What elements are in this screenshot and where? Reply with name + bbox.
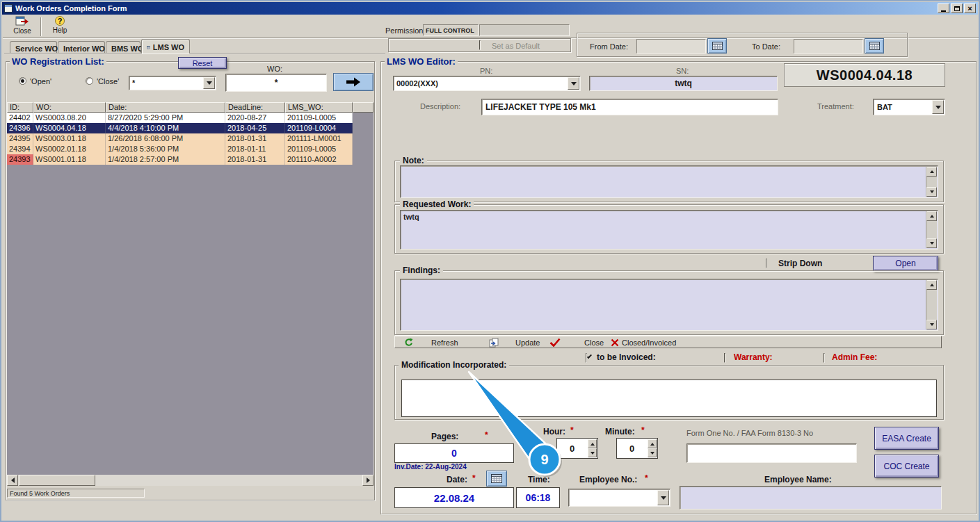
findings-scrollbar[interactable]: [926, 280, 937, 329]
restore-button[interactable]: [951, 3, 963, 13]
table-row[interactable]: 24395 WS0003.01.18 1/26/2018 6:08:00 PM …: [7, 133, 373, 144]
wo-search-input[interactable]: *: [225, 74, 327, 92]
note-textarea[interactable]: [400, 165, 938, 198]
close-radio[interactable]: [86, 77, 93, 85]
set-default-checkbox[interactable]: [479, 40, 481, 50]
tab-interior-wo-label: Interior WO: [63, 44, 105, 53]
minute-value: 0: [617, 443, 647, 454]
open-radio-dot: [21, 79, 24, 83]
table-row[interactable]: 24402 WS0003.08.20 8/27/2020 5:29:00 PM …: [7, 113, 373, 123]
treatment-dropdown[interactable]: BAT: [873, 99, 945, 115]
note-scrollbar[interactable]: [926, 167, 937, 197]
minute-up-button[interactable]: [648, 439, 657, 448]
scroll-down-button[interactable]: [926, 238, 937, 248]
requested-work-value: twtq: [403, 213, 419, 221]
scroll-up-icon: [930, 215, 934, 218]
description-field[interactable]: LIFEJACKET TYPE 105 Mk1: [481, 99, 778, 115]
window-controls: ×: [936, 3, 976, 13]
close-wo-button[interactable]: Close: [549, 337, 604, 348]
open-radio[interactable]: [19, 77, 26, 85]
table-row-selected[interactable]: 24396 WS0004.04.18 4/4/2018 4:10:00 PM 2…: [7, 123, 373, 133]
minimize-button[interactable]: [938, 3, 949, 13]
pn-dropdown-button[interactable]: [568, 77, 579, 90]
toolbar-separator: [40, 17, 42, 36]
tab-service-wo[interactable]: Service WO: [10, 41, 57, 54]
date-required-marker: *: [472, 473, 476, 483]
exit-icon: [15, 16, 29, 26]
employee-no-dropdown[interactable]: [568, 489, 670, 507]
to-be-invoiced-checkbox[interactable]: [586, 353, 587, 363]
scroll-up-button[interactable]: [926, 280, 937, 290]
table-row[interactable]: 24394 WS0002.01.18 1/4/2018 5:36:00 PM 2…: [7, 144, 373, 154]
minute-down-button[interactable]: [648, 448, 657, 457]
hour-up-button[interactable]: [588, 439, 597, 448]
column-header-id[interactable]: ID:: [7, 102, 33, 113]
to-date-input[interactable]: [794, 39, 863, 54]
table-horizontal-scrollbar[interactable]: [7, 475, 373, 486]
app-icon: [4, 4, 13, 13]
coc-create-button[interactable]: COC Create: [874, 455, 939, 478]
hour-spinner[interactable]: 0: [556, 438, 598, 459]
modification-textarea[interactable]: [401, 380, 937, 417]
requested-work-scrollbar[interactable]: [926, 211, 937, 248]
findings-textarea[interactable]: [400, 279, 938, 331]
from-date-calendar-button[interactable]: [707, 38, 727, 54]
scroll-down-button[interactable]: [926, 320, 937, 329]
employee-name-field[interactable]: [680, 486, 942, 509]
employee-no-dropdown-button[interactable]: [657, 490, 669, 505]
scroll-up-button[interactable]: [926, 167, 937, 177]
column-header-lms-wo[interactable]: LMS_WO:: [285, 102, 353, 113]
help-icon: ?: [55, 16, 65, 26]
tab-bms-wo[interactable]: BMS WO: [106, 41, 140, 54]
open-button[interactable]: Open: [873, 256, 938, 271]
requested-work-textarea[interactable]: twtq: [400, 210, 938, 250]
to-date-calendar-button[interactable]: [865, 38, 884, 54]
cell-filler: [353, 133, 373, 144]
reset-button[interactable]: Reset: [178, 57, 227, 69]
spinner-down-icon: [650, 452, 654, 455]
minute-label: Minute:: [605, 427, 635, 437]
date-field[interactable]: 22.08.24: [394, 487, 514, 508]
admin-fee-checkbox[interactable]: [824, 353, 825, 363]
scroll-up-button[interactable]: [926, 211, 937, 221]
cell-deadline: 2020-08-27: [225, 113, 285, 123]
red-x-icon: [611, 339, 619, 347]
form-one-field[interactable]: [686, 443, 857, 463]
treatment-dropdown-button[interactable]: [932, 100, 944, 114]
findings-label: Findings:: [400, 266, 443, 275]
search-go-button[interactable]: [333, 73, 373, 91]
status-text: Found 5 Work Orders: [10, 490, 70, 497]
hour-value: 0: [557, 443, 587, 454]
strip-down-checkbox[interactable]: [766, 259, 767, 268]
close-window-button[interactable]: ×: [964, 3, 976, 13]
table-row[interactable]: 24393 WS0001.01.18 1/4/2018 2:57:00 PM 2…: [7, 154, 373, 165]
column-header-deadline[interactable]: DeadLine:: [225, 102, 285, 113]
pages-field[interactable]: 0: [394, 443, 514, 463]
scroll-left-button[interactable]: [7, 475, 18, 486]
scrollbar-thumb[interactable]: [19, 475, 95, 486]
close-form-button[interactable]: Close: [6, 16, 39, 37]
column-header-wo[interactable]: WO:: [33, 102, 106, 113]
hour-down-button[interactable]: [588, 448, 597, 457]
date-calendar-button[interactable]: [486, 471, 507, 487]
closed-invoiced-button[interactable]: Closed/Invoiced: [611, 337, 676, 348]
sn-field[interactable]: twtq: [589, 76, 778, 91]
pn-dropdown[interactable]: 00002(XXX): [393, 76, 581, 91]
date-value: 22.08.24: [434, 492, 474, 504]
refresh-button[interactable]: Refresh: [404, 337, 458, 348]
from-date-input[interactable]: [636, 39, 706, 54]
scroll-right-button[interactable]: [362, 475, 373, 486]
wo-filter-dropdown-button[interactable]: [203, 77, 215, 89]
easa-create-button[interactable]: EASA Create: [874, 427, 939, 450]
tab-lms-wo[interactable]: LMS WO: [141, 39, 190, 54]
cell-date: 1/26/2018 6:08:00 PM: [106, 133, 225, 144]
wo-filter-dropdown[interactable]: *: [129, 76, 216, 90]
time-field[interactable]: 06:18: [516, 487, 560, 508]
scroll-down-button[interactable]: [926, 187, 937, 197]
help-button[interactable]: ? Help: [43, 16, 77, 37]
update-button[interactable]: Update: [489, 337, 540, 348]
column-header-date[interactable]: Date:: [106, 102, 225, 113]
tab-interior-wo[interactable]: Interior WO: [58, 41, 105, 54]
warranty-checkbox[interactable]: [724, 353, 725, 363]
minute-spinner[interactable]: 0: [616, 438, 658, 459]
